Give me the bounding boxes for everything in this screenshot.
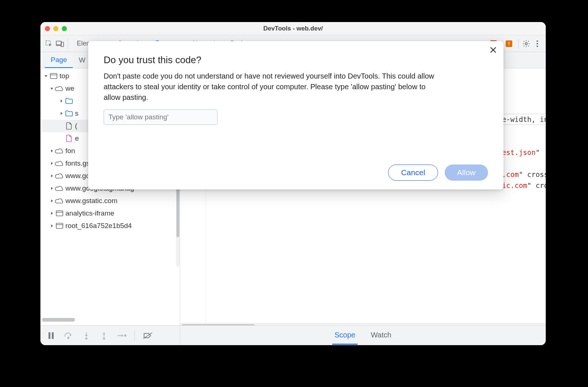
cloud-icon (56, 197, 63, 205)
disclosure-triangle-icon[interactable] (60, 99, 63, 103)
window-icon (56, 222, 63, 229)
disclosure-triangle-icon[interactable] (60, 124, 63, 128)
svg-point-14 (86, 338, 87, 339)
cloud-icon (56, 172, 63, 180)
subtab-page[interactable]: Page (45, 52, 73, 68)
window-title: DevTools - web.dev/ (40, 25, 546, 32)
tab-scope[interactable]: Scope (332, 326, 358, 345)
step-into-icon[interactable] (82, 331, 91, 340)
svg-point-13 (68, 337, 69, 339)
tree-label: root_616a752e1b5d4 (65, 222, 132, 230)
folder-icon (65, 97, 73, 105)
disclosure-triangle-icon[interactable] (60, 112, 63, 115)
trust-code-dialog: Do you trust this code? Don't paste code… (88, 41, 503, 189)
cloud-icon (56, 147, 63, 155)
dialog-body: Don't paste code you do not understand o… (104, 71, 434, 103)
tree-label: www.gstatic.com (65, 197, 117, 205)
step-out-icon[interactable] (99, 331, 109, 340)
warning-badge[interactable]: ! (506, 40, 514, 47)
tab-watch[interactable]: Watch (369, 326, 394, 345)
disclosure-triangle-icon[interactable] (50, 174, 54, 178)
step-icon[interactable] (117, 331, 126, 340)
disclosure-triangle-icon[interactable] (50, 211, 54, 215)
devtools-window: DevTools - web.dev/ Elements Console Sou… (40, 22, 546, 345)
disclosure-triangle-icon[interactable] (50, 199, 54, 203)
kebab-menu-icon[interactable] (532, 38, 543, 49)
disclosure-triangle-icon[interactable] (50, 87, 54, 90)
svg-point-15 (103, 338, 105, 339)
cloud-icon (56, 160, 63, 167)
svg-rect-12 (52, 332, 54, 339)
tree-row[interactable]: analytics-iframe (42, 207, 180, 220)
disclosure-triangle-icon[interactable] (50, 149, 54, 153)
tree-label: fon (65, 147, 75, 155)
titlebar: DevTools - web.dev/ (40, 22, 546, 35)
step-over-icon[interactable] (64, 331, 74, 340)
cloud-icon (56, 185, 63, 192)
tree-label: we (65, 84, 74, 93)
tree-label: e (75, 134, 79, 142)
separator (68, 39, 68, 48)
svg-point-5 (537, 43, 538, 44)
disclosure-triangle-icon[interactable] (60, 137, 63, 140)
folder-icon (65, 110, 73, 117)
dialog-close-icon[interactable] (488, 45, 498, 55)
dialog-title: Do you trust this code? (104, 54, 488, 66)
tree-row[interactable]: root_616a752e1b5d4 (42, 220, 180, 232)
device-toolbar-icon[interactable] (54, 38, 65, 49)
tree-label: ( (75, 122, 77, 130)
disclosure-triangle-icon[interactable] (50, 162, 54, 165)
svg-rect-11 (49, 332, 50, 339)
disclosure-triangle-icon[interactable] (50, 224, 54, 228)
window-icon (56, 210, 63, 217)
disclosure-triangle-icon[interactable] (44, 74, 48, 78)
settings-icon[interactable] (521, 38, 532, 49)
file-icon (65, 122, 73, 130)
tree-label: s (75, 109, 79, 117)
cloud-icon (56, 85, 63, 92)
disclosure-triangle-icon[interactable] (50, 187, 54, 190)
svg-point-4 (537, 40, 538, 42)
svg-rect-7 (50, 73, 57, 79)
tree-label: top (60, 72, 69, 80)
svg-point-6 (537, 46, 538, 47)
debug-panel-tabs: Scope Watch (180, 326, 546, 345)
pause-icon[interactable] (46, 331, 56, 340)
window-icon (50, 72, 57, 80)
debug-toolbar: Scope Watch (40, 325, 546, 345)
separator (518, 39, 519, 48)
allow-pasting-input[interactable] (104, 109, 218, 125)
svg-rect-1 (56, 41, 61, 45)
sidebar-hscrollbar[interactable] (42, 318, 75, 322)
deactivate-breakpoints-icon[interactable] (143, 331, 153, 340)
inspect-element-icon[interactable] (43, 38, 54, 49)
svg-rect-9 (56, 223, 63, 228)
tree-row[interactable]: www.gstatic.com (42, 195, 180, 207)
svg-rect-8 (56, 211, 63, 216)
svg-point-3 (525, 43, 527, 45)
svg-point-16 (125, 335, 126, 336)
allow-button[interactable]: Allow (445, 164, 488, 181)
file-icon (65, 135, 73, 142)
separator (135, 330, 135, 341)
cancel-button[interactable]: Cancel (388, 164, 438, 181)
tree-label: analytics-iframe (65, 209, 114, 217)
warning-icon: ! (506, 40, 512, 47)
